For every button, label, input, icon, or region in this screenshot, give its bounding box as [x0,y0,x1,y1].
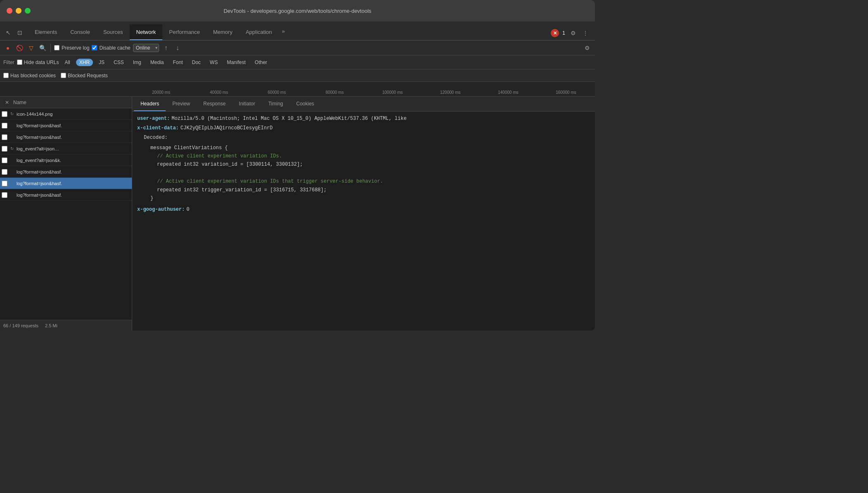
filter-bar: Filter Hide data URLs All XHR JS CSS Img… [0,55,595,69]
has-blocked-cookies-label[interactable]: Has blocked cookies [3,73,56,79]
tab-sources[interactable]: Sources [97,24,130,40]
filter-doc[interactable]: Doc [189,59,204,66]
filter-font[interactable]: Font [169,59,186,66]
code-line-2: // Active client experiment variation ID… [157,152,590,160]
tab-memory[interactable]: Memory [207,24,239,40]
code-block: message ClientVariations { // Active cli… [144,144,590,203]
more-tabs-button[interactable]: » [278,25,288,40]
tab-cookies[interactable]: Cookies [290,97,321,111]
disable-cache-label[interactable]: Disable cache [92,45,130,51]
network-toolbar: ● 🚫 ▽ 🔍 Preserve log Disable cache Onlin… [0,40,595,55]
item-spacer-icon [9,123,15,129]
item-checkbox[interactable] [2,111,7,117]
stop-button[interactable]: 🚫 [15,43,24,52]
cursor-icon[interactable]: ↖ [3,28,13,38]
item-spacer-icon [9,169,15,175]
x-client-data-key: x-client-data: [137,124,179,132]
preserve-log-label[interactable]: Preserve log [54,45,89,51]
settings-button[interactable]: ⚙ [568,29,578,38]
filter-xhr[interactable]: XHR [76,59,93,66]
network-settings-button[interactable]: ⚙ [583,43,592,52]
network-item[interactable]: log?format=json&hasf. [0,166,132,178]
tick-140000: 140000 ms [479,90,537,95]
main-area: ✕ Name ↻ icon-144x144.png log?format=jso… [0,97,595,331]
item-checkbox[interactable] [2,146,7,152]
decoded-label-row: Decoded: [144,134,590,142]
item-name: log?format=json&hasf. [17,169,130,174]
search-button[interactable]: 🔍 [38,43,47,52]
error-badge: ✕ [551,29,559,37]
filter-icon[interactable]: ▽ [26,43,36,52]
network-item[interactable]: ↻ log_event?alt=json… [0,143,132,155]
filter-manifest[interactable]: Manifest [224,59,249,66]
tab-timing[interactable]: Timing [262,97,290,111]
network-item-selected[interactable]: log?format=json&hasf. [0,178,132,189]
decoded-section: Decoded: message ClientVariations { // A… [144,134,590,202]
user-agent-row: user-agent: Mozilla/5.0 (Macintosh; Inte… [137,115,590,123]
tab-performance[interactable]: Performance [162,24,206,40]
filter-media[interactable]: Media [147,59,167,66]
tab-console[interactable]: Console [64,24,97,40]
network-item[interactable]: log?format=json&hasf. [0,131,132,143]
network-item[interactable]: log?format=json&hasf. [0,120,132,131]
tab-initiator[interactable]: Initiator [232,97,262,111]
detail-panel: Headers Preview Response Initiator Timin… [132,97,595,331]
tick-80000: 80000 ms [306,90,364,95]
item-checkbox[interactable] [2,181,7,186]
filter-img[interactable]: Img [130,59,145,66]
network-item[interactable]: log?format=json&hasf. [0,189,132,201]
filter-js[interactable]: JS [95,59,108,66]
hide-data-urls-checkbox[interactable] [17,60,22,65]
upload-button[interactable]: ↑ [162,43,171,52]
x-goog-authuser-row: x-goog-authuser: 0 [137,206,590,214]
minimize-button[interactable] [16,8,21,14]
item-checkbox[interactable] [2,169,7,175]
code-line-empty [144,169,590,177]
item-name: log?format=json&hasf. [17,123,130,128]
kebab-menu-button[interactable]: ⋮ [581,29,590,38]
filter-all[interactable]: All [61,59,73,66]
download-button[interactable]: ↓ [173,43,182,52]
network-item[interactable]: ↻ icon-144x144.png [0,108,132,120]
tab-application[interactable]: Application [239,24,279,40]
item-name: log?format=json&hasf. [17,181,130,186]
tick-60000: 60000 ms [248,90,306,95]
network-items-list: ↻ icon-144x144.png log?format=json&hasf.… [0,108,132,320]
code-line-5: repeated int32 trigger_variation_id = [3… [157,186,590,194]
blocked-requests-checkbox[interactable] [61,73,66,78]
close-detail-button[interactable]: ✕ [3,99,11,106]
network-list-header: ✕ Name [0,97,132,108]
has-blocked-cookies-checkbox[interactable] [3,73,9,78]
filter-other[interactable]: Other [252,59,271,66]
tab-toolbar-icons: ↖ ⊡ [3,28,25,40]
hide-data-urls-label[interactable]: Hide data URLs [17,60,59,65]
item-checkbox[interactable] [2,157,7,163]
tab-headers[interactable]: Headers [134,97,166,111]
item-checkbox[interactable] [2,134,7,140]
filter-label: Filter [3,60,14,65]
fullscreen-button[interactable] [25,8,31,14]
tab-elements[interactable]: Elements [28,24,64,40]
close-button[interactable] [7,8,12,14]
preserve-log-checkbox[interactable] [54,45,59,50]
user-agent-value: Mozilla/5.0 (Macintosh; Intel Mac OS X 1… [171,115,407,123]
record-button[interactable]: ● [3,43,12,52]
transfer-size: 2.5 Mi [45,323,57,328]
item-spacer-icon [9,181,15,186]
x-goog-authuser-value: 0 [186,206,189,214]
filter-css[interactable]: CSS [110,59,127,66]
item-checkbox[interactable] [2,192,7,198]
tick-160000: 160000 ms [537,90,595,95]
tab-preview[interactable]: Preview [166,97,197,111]
throttle-select[interactable]: Online [133,44,159,52]
tab-response[interactable]: Response [197,97,232,111]
drawer-icon[interactable]: ⊡ [15,28,25,38]
disable-cache-checkbox[interactable] [92,45,97,50]
tab-network[interactable]: Network [130,24,163,40]
item-checkbox[interactable] [2,123,7,129]
network-item[interactable]: log_event?alt=json&k. [0,155,132,166]
filter-ws[interactable]: WS [207,59,221,66]
x-client-data-value: CJK2yQEIpLbJAQirncoBCIesygEInrD [181,124,273,132]
blocked-requests-label[interactable]: Blocked Requests [61,73,108,79]
traffic-lights [7,8,31,14]
